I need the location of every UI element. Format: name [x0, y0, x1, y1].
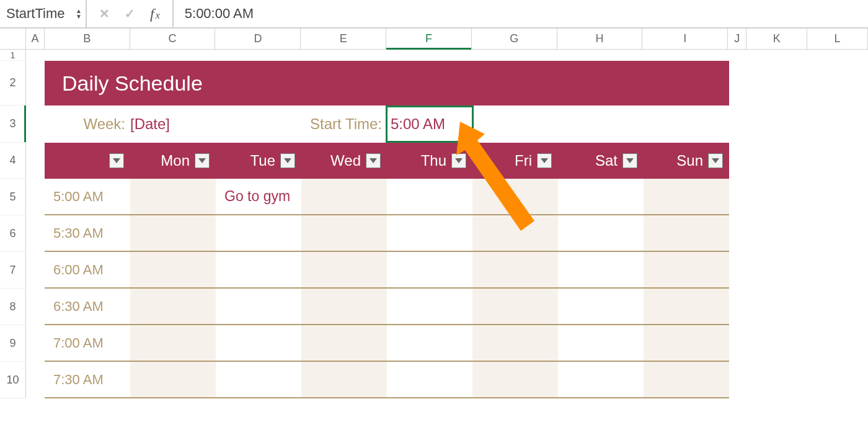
row-header-3[interactable]: 3 — [0, 106, 26, 143]
slot-cell[interactable] — [301, 289, 387, 324]
week-value[interactable]: [Date] — [130, 115, 170, 133]
slot-time[interactable]: 7:00 AM — [45, 325, 130, 361]
cancel-icon[interactable]: ✕ — [99, 6, 110, 21]
slot-cell[interactable] — [301, 325, 387, 361]
slot-cell[interactable] — [387, 289, 472, 324]
slot-cell[interactable] — [387, 215, 472, 251]
row-header-9[interactable]: 9 — [0, 325, 26, 362]
slot-time[interactable]: 5:30 AM — [45, 215, 130, 251]
slot-cell[interactable] — [644, 289, 729, 324]
slot-cell[interactable] — [558, 179, 644, 214]
slot-cell[interactable] — [130, 362, 216, 397]
column-header-J[interactable]: J — [728, 29, 746, 49]
slot-cell[interactable] — [472, 325, 558, 361]
formula-bar-value[interactable]: 5:00:00 AM — [174, 6, 254, 22]
row-header-2[interactable]: 2 — [0, 61, 26, 106]
row-header-4[interactable]: 4 — [0, 143, 26, 179]
slot-time[interactable]: 6:30 AM — [45, 289, 130, 324]
column-header-E[interactable]: E — [301, 29, 386, 49]
slot-cell[interactable] — [301, 179, 387, 214]
row-header-8[interactable]: 8 — [0, 289, 26, 325]
slot-cell[interactable] — [301, 362, 387, 397]
slot-cell[interactable] — [301, 215, 387, 251]
slot-cell[interactable] — [216, 252, 301, 287]
day-header-sun[interactable]: Sun — [644, 143, 729, 179]
slot-cell[interactable] — [216, 289, 301, 324]
day-header-fri[interactable]: Fri — [472, 143, 558, 179]
column-header-G[interactable]: G — [472, 29, 557, 49]
row-header-5[interactable]: 5 — [0, 179, 26, 215]
name-box-stepper[interactable]: ▲ ▼ — [76, 9, 82, 19]
row-headers: 1 2 3 4 5 6 7 8 9 10 — [0, 50, 26, 398]
filter-button[interactable] — [366, 153, 381, 168]
slot-cell[interactable] — [130, 252, 216, 287]
cells[interactable]: Daily Schedule Week: [Date] Start Time: … — [26, 50, 868, 398]
slot-cell[interactable] — [216, 325, 301, 361]
day-header-sat[interactable]: Sat — [558, 143, 644, 179]
filter-button[interactable] — [451, 153, 466, 168]
slot-cell[interactable] — [130, 215, 216, 251]
slot-cell[interactable] — [644, 325, 729, 361]
slot-cell[interactable] — [644, 252, 729, 287]
slot-cell[interactable] — [387, 179, 472, 214]
row-header-7[interactable]: 7 — [0, 252, 26, 289]
filter-button[interactable] — [537, 153, 552, 168]
column-header-H[interactable]: H — [557, 29, 643, 49]
slot-cell[interactable] — [558, 252, 644, 287]
slot-cell[interactable] — [472, 179, 558, 214]
slot-cell[interactable] — [387, 325, 472, 361]
slot-cell[interactable] — [558, 362, 644, 397]
row-header-1[interactable]: 1 — [0, 50, 26, 61]
day-header-blank — [45, 143, 130, 179]
filter-button[interactable] — [708, 153, 723, 168]
slot-cell[interactable] — [472, 362, 558, 397]
slot-cell[interactable] — [216, 362, 301, 397]
slot-cell[interactable] — [301, 252, 387, 287]
slot-cell[interactable] — [130, 325, 216, 361]
slot-cell[interactable] — [387, 252, 472, 287]
filter-button[interactable] — [195, 153, 210, 168]
slot-cell[interactable] — [644, 215, 729, 251]
slot-cell[interactable] — [472, 215, 558, 251]
slot-cell[interactable] — [130, 289, 216, 324]
slot-cell[interactable] — [644, 362, 729, 397]
slot-cell[interactable]: Go to gym — [216, 179, 301, 214]
slot-cell[interactable] — [472, 252, 558, 287]
slot-cell[interactable] — [387, 362, 472, 397]
column-header-B[interactable]: B — [45, 29, 130, 49]
chevron-down-icon[interactable]: ▼ — [76, 14, 82, 19]
row-header-10[interactable]: 10 — [0, 362, 26, 398]
slot-time[interactable]: 7:30 AM — [45, 362, 130, 397]
day-header-mon[interactable]: Mon — [130, 143, 216, 179]
slot-cell[interactable] — [216, 215, 301, 251]
fx-icon[interactable]: fx — [150, 6, 160, 22]
slot-cell[interactable] — [558, 325, 644, 361]
column-header-F[interactable]: F — [386, 29, 472, 49]
slot-cell[interactable] — [130, 179, 216, 214]
slot-cell[interactable] — [558, 289, 644, 324]
slot-time[interactable]: 5:00 AM — [45, 179, 130, 214]
start-time-value[interactable]: 5:00 AM — [391, 115, 445, 133]
svg-marker-6 — [626, 158, 634, 163]
slot-cell[interactable] — [558, 215, 644, 251]
select-all-corner[interactable] — [0, 29, 26, 49]
day-header-wed[interactable]: Wed — [301, 143, 387, 179]
column-header-K[interactable]: K — [746, 29, 807, 49]
column-header-D[interactable]: D — [215, 29, 301, 49]
column-header-A[interactable]: A — [26, 29, 45, 49]
column-header-L[interactable]: L — [807, 29, 868, 49]
slot-time[interactable]: 6:00 AM — [45, 252, 130, 287]
column-header-C[interactable]: C — [130, 29, 216, 49]
filter-button[interactable] — [622, 153, 637, 168]
slot-cell[interactable] — [644, 179, 729, 214]
confirm-icon[interactable]: ✓ — [125, 6, 135, 21]
column-headers: A B C D E F G H I J K L — [0, 29, 868, 50]
filter-button[interactable] — [109, 153, 124, 168]
day-header-thu[interactable]: Thu — [387, 143, 472, 179]
filter-button[interactable] — [280, 153, 295, 168]
row-header-6[interactable]: 6 — [0, 215, 26, 252]
name-box[interactable]: StartTime ▲ ▼ — [0, 0, 87, 27]
slot-cell[interactable] — [472, 289, 558, 324]
column-header-I[interactable]: I — [642, 29, 728, 49]
day-header-tue[interactable]: Tue — [216, 143, 301, 179]
